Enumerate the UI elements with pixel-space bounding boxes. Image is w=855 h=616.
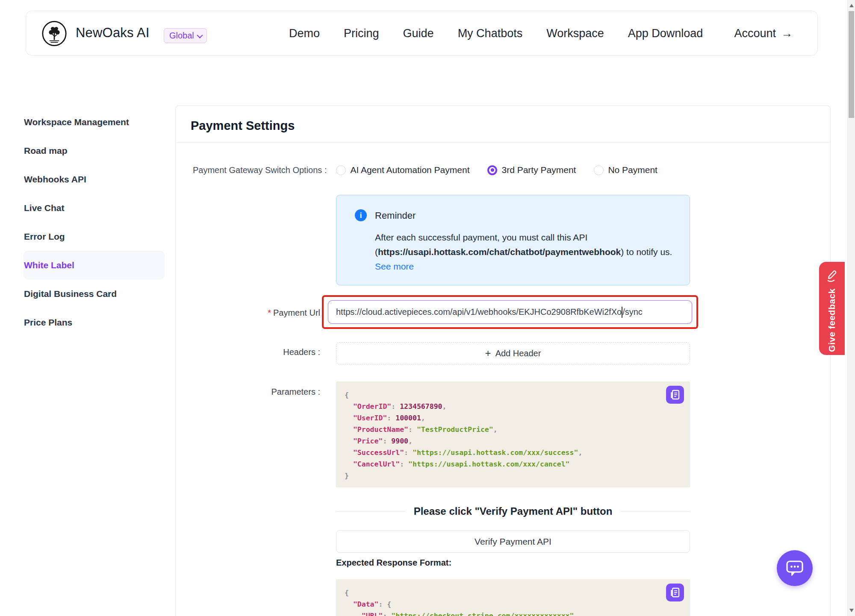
webhook-api-url: https://usapi.hottask.com/chat/chatbot/p… [378,247,621,257]
sidebar-item-road-map[interactable]: Road map [24,136,165,165]
account-button[interactable]: Account → [734,11,793,56]
scrollbar-thumb[interactable] [849,11,854,118]
radio-checked-icon [487,165,497,175]
main-nav: Demo Pricing Guide My Chatbots Workspace… [289,11,703,56]
copy-icon[interactable] [666,584,684,601]
page-title: Payment Settings [191,119,295,133]
gateway-options-label: Payment Gateway Switch Options : [193,165,327,175]
gateway-options-row: Payment Gateway Switch Options : AI Agen… [193,165,675,175]
nav-app-download[interactable]: App Download [628,27,703,40]
copy-icon[interactable] [666,386,684,404]
payment-settings-panel: Payment Settings Payment Gateway Switch … [175,106,831,616]
divider [336,511,405,512]
radio-no-payment[interactable]: No Payment [594,165,657,175]
sidebar-item-white-label[interactable]: White Label [24,251,165,279]
headers-label: Headers : [176,347,320,357]
verify-hint-row: Please click "Verify Payment API" button [336,505,690,517]
expected-response-code-block: { "Data": { "URL": "https://checkout.str… [336,579,690,616]
red-highlight-annotation [322,295,698,329]
reminder-body: After each successful payment, you must … [375,230,674,274]
verify-payment-api-button[interactable]: Verify Payment API [336,530,690,553]
plus-icon: + [485,348,491,358]
nav-pricing[interactable]: Pricing [344,27,379,40]
scroll-up-arrow-icon[interactable] [849,4,854,7]
sidebar-item-workspace-management[interactable]: Workspace Management [24,108,165,136]
add-header-button[interactable]: + Add Header [336,342,690,364]
required-asterisk: * [268,308,271,317]
sidebar-item-error-log[interactable]: Error Log [24,222,165,251]
expected-response-label: Expected Response Format: [336,558,451,568]
reminder-alert: i Reminder After each successful payment… [336,195,690,285]
region-selector[interactable]: Global [164,28,207,43]
divider [621,511,690,512]
sidebar-item-live-chat[interactable]: Live Chat [24,194,165,222]
nav-demo[interactable]: Demo [289,27,320,40]
region-selector-label: Global [169,31,194,41]
nav-my-chatbots[interactable]: My Chatbots [458,27,523,40]
sidebar: Workspace Management Road map Webhooks A… [24,108,165,337]
radio-3rd-party-payment[interactable]: 3rd Party Payment [487,165,576,175]
parameters-code-block: { "OrderID": 1234567890, "UserID": 10000… [336,381,690,487]
brand-name: NewOaks AI [76,25,150,41]
nav-workspace[interactable]: Workspace [546,27,604,40]
sidebar-item-webhooks-api[interactable]: Webhooks API [24,165,165,194]
give-feedback-tab[interactable]: Give feedback [819,262,845,355]
expected-response-json: { "Data": { "URL": "https://checkout.str… [336,579,690,616]
chevron-down-icon [197,32,203,38]
scroll-down-arrow-icon[interactable] [849,609,854,612]
page: NewOaks AI Global Demo Pricing Guide My … [0,0,855,616]
pencil-icon [826,269,838,282]
payment-url-label: *Payment Url [176,308,320,318]
radio-unchecked-icon [594,165,604,175]
chat-widget-button[interactable] [777,550,813,586]
chat-bubble-icon [785,559,805,577]
top-navbar: NewOaks AI Global Demo Pricing Guide My … [26,11,818,56]
arrow-right-icon: → [781,27,793,40]
parameters-label: Parameters : [176,387,320,397]
parameters-json: { "OrderID": 1234567890, "UserID": 10000… [336,381,690,489]
sidebar-item-price-plans[interactable]: Price Plans [24,308,165,337]
nav-guide[interactable]: Guide [403,27,434,40]
account-label: Account [734,27,776,40]
see-more-link[interactable]: See more [375,261,414,271]
sidebar-item-digital-business-card[interactable]: Digital Business Card [24,279,165,308]
radio-ai-agent-automation-payment[interactable]: AI Agent Automation Payment [336,165,469,175]
reminder-title: Reminder [375,210,416,221]
info-icon: i [355,209,367,221]
vertical-scrollbar[interactable] [847,0,855,616]
give-feedback-label: Give feedback [827,288,837,352]
divider [176,142,830,143]
verify-hint-text: Please click "Verify Payment API" button [414,505,613,517]
newoaks-logo-icon[interactable] [41,21,67,47]
radio-unchecked-icon [336,165,346,175]
